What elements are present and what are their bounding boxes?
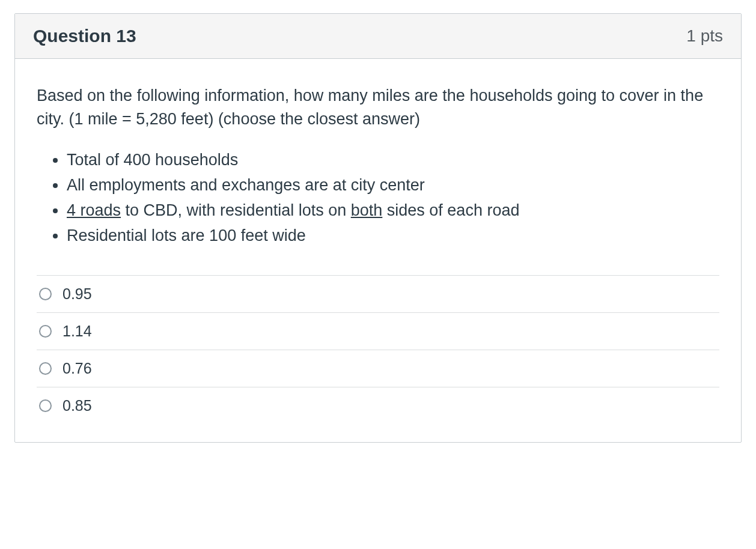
info-item-underline: both xyxy=(351,201,383,219)
answer-option[interactable]: 0.85 xyxy=(37,387,719,424)
question-prompt: Based on the following information, how … xyxy=(37,84,719,131)
info-item: Residential lots are 100 feet wide xyxy=(67,223,719,249)
info-item-text: to CBD, with residential lots on xyxy=(121,201,351,219)
info-item: All employments and exchanges are at cit… xyxy=(67,173,719,198)
info-item-text: Residential lots are 100 feet wide xyxy=(67,226,306,244)
radio-icon xyxy=(39,288,52,300)
question-title: Question 13 xyxy=(33,26,136,46)
radio-icon xyxy=(39,399,52,412)
answer-label: 1.14 xyxy=(62,323,92,340)
question-header: Question 13 1 pts xyxy=(15,14,741,59)
answer-label: 0.95 xyxy=(62,285,92,303)
info-item-text: Total of 400 households xyxy=(67,151,238,169)
answer-option[interactable]: 1.14 xyxy=(37,312,719,350)
info-item: 4 roads to CBD, with residential lots on… xyxy=(67,198,719,223)
question-info-list: Total of 400 households All employments … xyxy=(37,148,719,248)
question-body: Based on the following information, how … xyxy=(15,59,741,442)
info-item-text: All employments and exchanges are at cit… xyxy=(67,176,425,194)
answer-label: 0.85 xyxy=(62,397,92,414)
info-item-underline: 4 roads xyxy=(67,201,121,219)
info-item: Total of 400 households xyxy=(67,148,719,173)
answer-option[interactable]: 0.95 xyxy=(37,275,719,312)
question-points: 1 pts xyxy=(686,26,723,46)
answer-option[interactable]: 0.76 xyxy=(37,350,719,387)
radio-icon xyxy=(39,362,52,375)
answer-label: 0.76 xyxy=(62,360,92,377)
answer-list: 0.95 1.14 0.76 0.85 xyxy=(37,275,719,424)
question-card: Question 13 1 pts Based on the following… xyxy=(14,13,742,443)
info-item-text: sides of each road xyxy=(382,201,519,219)
radio-icon xyxy=(39,325,52,338)
